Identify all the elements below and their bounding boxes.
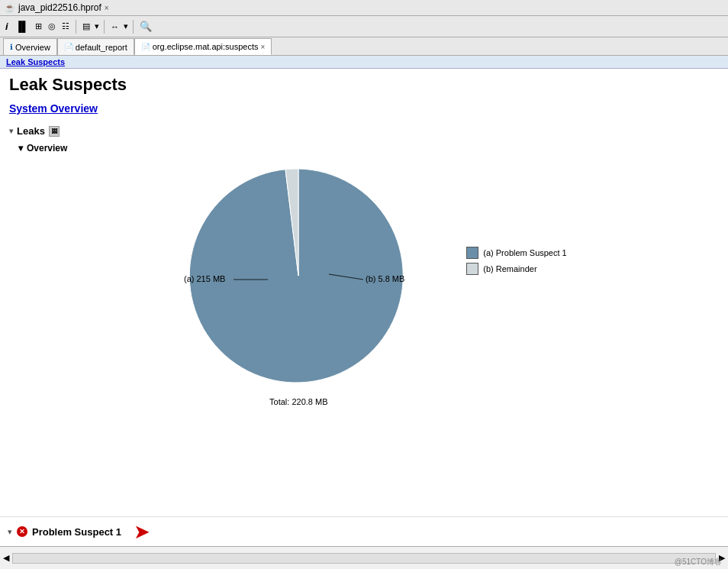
pie-chart-wrapper: (a) 215 MB (b) 5.8 MB Total: 220.8 MB: [176, 161, 420, 406]
search-icon[interactable]: 🔍: [138, 21, 153, 32]
main-content: Leak Suspects System Overview ▾ Leaks 🖼 …: [0, 69, 728, 537]
tab-overview-icon: ℹ: [10, 43, 13, 51]
error-icon: ✕: [17, 526, 27, 537]
legend-swatch-b: [466, 263, 478, 275]
chart-label-b: (b) 5.8 MB: [366, 274, 404, 283]
legend-item-b: (b) Remainder: [466, 263, 566, 275]
dropdown-arrow-icon-2[interactable]: ▾: [124, 21, 128, 31]
bottom-scrollbar: ◀ ▶: [0, 546, 728, 569]
problem-suspect-label: Problem Suspect 1: [32, 526, 121, 538]
leaks-arrow-icon: ▾: [9, 127, 13, 135]
leaks-image-icon: 🖼: [49, 126, 60, 137]
system-overview-link[interactable]: System Overview: [9, 102, 719, 115]
overview-section-header[interactable]: ▾ Overview: [18, 143, 719, 154]
legend-label-b: (b) Remainder: [483, 264, 536, 273]
tab-default-report[interactable]: 📄 default_report: [57, 38, 134, 55]
tab-report-label: default_report: [76, 43, 127, 52]
tab-suspects-label: org.eclipse.mat.api:suspects: [153, 42, 259, 51]
watermark: @51CTO博客: [675, 557, 722, 567]
problem-suspect-section: ▾ ✕ Problem Suspect 1 ➤: [0, 516, 728, 546]
info-icon[interactable]: i: [3, 21, 11, 32]
overview-label: Overview: [27, 143, 67, 154]
scroll-left-btn[interactable]: ◀: [3, 553, 9, 563]
scroll-track[interactable]: [12, 553, 716, 564]
tab-overview[interactable]: ℹ Overview: [3, 38, 57, 55]
breadcrumb-link[interactable]: Leak Suspects: [6, 57, 65, 66]
legend-swatch-a: [466, 247, 478, 259]
query-icon[interactable]: ◎: [47, 21, 57, 31]
toolbar-divider-1: [76, 20, 76, 34]
page-title: Leak Suspects: [9, 75, 719, 95]
toolbar-divider-2: [104, 20, 105, 34]
toolbar-divider-3: [133, 20, 134, 34]
overview-arrow-icon: ▾: [18, 143, 23, 154]
bar-chart-icon[interactable]: ▐▌: [14, 21, 31, 32]
title-file-icon: ☕: [5, 3, 15, 13]
tab-suspects[interactable]: 📄 org.eclipse.mat.api:suspects ×: [134, 38, 272, 55]
red-arrow-icon: ➤: [134, 522, 150, 542]
list-icon[interactable]: ☷: [60, 21, 71, 31]
breadcrumb-bar: Leak Suspects: [0, 56, 728, 69]
grid-icon[interactable]: ⊞: [34, 21, 43, 31]
report-icon[interactable]: ▤: [81, 21, 92, 31]
collapse-arrow-icon[interactable]: ▾: [8, 527, 12, 537]
pie-chart-svg: (a) 215 MB (b) 5.8 MB: [176, 161, 420, 390]
legend-label-a: (a) Problem Suspect 1: [483, 248, 566, 257]
title-close[interactable]: ×: [105, 4, 109, 12]
chart-legend: (a) Problem Suspect 1 (b) Remainder: [466, 247, 566, 275]
tab-suspects-close[interactable]: ×: [261, 43, 266, 51]
tab-suspects-icon: 📄: [141, 43, 150, 51]
tab-overview-label: Overview: [15, 43, 50, 52]
leaks-section-header[interactable]: ▾ Leaks 🖼: [9, 125, 719, 137]
chart-label-a: (a) 215 MB: [184, 274, 225, 283]
legend-item-a: (a) Problem Suspect 1: [466, 247, 566, 259]
export-icon[interactable]: ↔: [109, 22, 121, 31]
dropdown-arrow-icon[interactable]: ▾: [95, 21, 99, 31]
title-bar: ☕ java_pid22516.hprof ×: [0, 0, 728, 16]
toolbar: i ▐▌ ⊞ ◎ ☷ ▤ ▾ ↔ ▾ 🔍: [0, 16, 728, 37]
nav-tabs: ℹ Overview 📄 default_report 📄 org.eclips…: [0, 37, 728, 56]
chart-container: (a) 215 MB (b) 5.8 MB Total: 220.8 MB (a…: [24, 161, 719, 406]
title-filename: java_pid22516.hprof: [18, 2, 101, 13]
tab-report-icon: 📄: [64, 43, 73, 51]
leaks-label: Leaks: [17, 125, 45, 137]
chart-total-label: Total: 220.8 MB: [176, 397, 420, 406]
